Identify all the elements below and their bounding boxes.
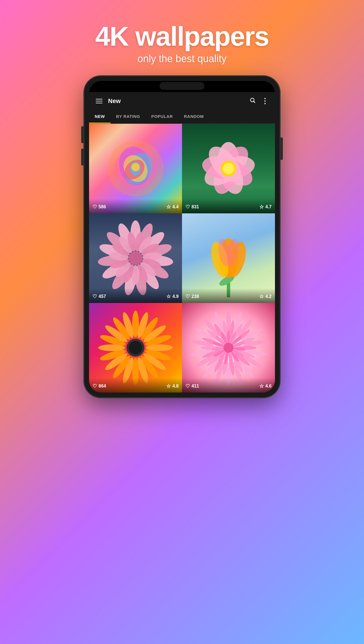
wallpaper-item[interactable]: ♡ 411 ☆ 4.6 — [182, 303, 275, 393]
hero-section: 4K wallpapers only the best quality — [95, 22, 269, 65]
svg-point-132 — [223, 343, 234, 353]
tab-popular[interactable]: POPULAR — [146, 110, 178, 123]
hamburger-icon — [96, 99, 102, 103]
svg-point-9 — [131, 163, 140, 171]
heart-icon: ♡ — [92, 293, 97, 300]
tab-by-rating[interactable]: BY RATING — [111, 110, 146, 123]
search-button[interactable] — [249, 97, 256, 105]
rating-group-3: ☆ 4.9 — [166, 293, 179, 300]
rating-number-2: 4.7 — [265, 204, 272, 209]
heart-icon: ♡ — [92, 383, 97, 389]
svg-point-20 — [223, 163, 234, 174]
hero-subtitle: only the best quality — [95, 53, 269, 65]
like-count-6: ♡ 411 — [185, 383, 199, 389]
camera-notch — [160, 82, 204, 90]
rating-number-6: 4.6 — [265, 384, 272, 389]
wallpaper-stats-6: ♡ 411 ☆ 4.6 — [182, 378, 275, 393]
wallpaper-item[interactable]: ♡ 831 ☆ 4.7 — [182, 124, 275, 213]
app-bar-right: ⋮ — [249, 97, 268, 105]
rating-number-4: 4.2 — [265, 294, 272, 299]
phone-mockup: New ⋮ NEW BY RATING POPULAR RAN — [84, 76, 280, 398]
hero-title: 4K wallpapers — [95, 22, 269, 51]
volume-down-button — [81, 149, 83, 165]
like-number-6: 411 — [192, 384, 199, 389]
hamburger-button[interactable] — [96, 99, 102, 103]
tab-random[interactable]: RANDOM — [178, 110, 209, 123]
app-bar: New ⋮ — [89, 92, 275, 110]
svg-point-80 — [129, 341, 142, 354]
app-bar-left: New — [96, 97, 121, 105]
svg-line-1 — [254, 101, 255, 103]
rating-group-6: ☆ 4.6 — [259, 383, 272, 389]
wallpaper-stats-2: ♡ 831 ☆ 4.7 — [182, 199, 275, 213]
svg-point-51 — [129, 251, 143, 265]
heart-icon: ♡ — [185, 293, 190, 300]
star-icon: ☆ — [259, 383, 264, 389]
rating-number-1: 4.4 — [172, 204, 179, 209]
wallpaper-item[interactable]: ♡ 586 ☆ 4.4 — [89, 124, 182, 213]
like-count-5: ♡ 864 — [92, 383, 106, 389]
like-number-3: 457 — [99, 294, 106, 299]
heart-icon: ♡ — [92, 204, 97, 210]
like-count-1: ♡ 586 — [92, 204, 106, 210]
star-icon: ☆ — [166, 383, 171, 389]
rating-group-5: ☆ 4.8 — [166, 383, 179, 389]
like-number-2: 831 — [192, 204, 199, 209]
wallpaper-item[interactable]: ♡ 238 ☆ 4.2 — [182, 213, 275, 303]
phone-frame: New ⋮ NEW BY RATING POPULAR RAN — [84, 76, 280, 398]
svg-point-0 — [251, 98, 254, 102]
like-number-4: 238 — [192, 294, 199, 299]
wallpaper-stats-1: ♡ 586 ☆ 4.4 — [89, 199, 182, 213]
more-options-button[interactable]: ⋮ — [261, 97, 268, 105]
heart-icon: ♡ — [185, 383, 190, 389]
power-button — [281, 137, 283, 160]
star-icon: ☆ — [166, 293, 171, 300]
tab-bar: NEW BY RATING POPULAR RANDOM — [89, 110, 275, 124]
wallpaper-grid: ♡ 586 ☆ 4.4 — [89, 124, 275, 393]
wallpaper-item[interactable]: ♡ 864 ☆ 4.8 — [89, 303, 182, 393]
wallpaper-stats-5: ♡ 864 ☆ 4.8 — [89, 378, 182, 393]
svg-point-117 — [227, 330, 230, 344]
heart-icon: ♡ — [185, 204, 190, 210]
app-title: New — [108, 97, 121, 105]
rating-group-2: ☆ 4.7 — [259, 204, 272, 210]
phone-top-bar — [89, 81, 275, 91]
star-icon: ☆ — [259, 204, 264, 210]
like-number-5: 864 — [99, 384, 106, 389]
like-count-2: ♡ 831 — [185, 204, 199, 210]
rating-group-4: ☆ 4.2 — [259, 293, 272, 300]
like-count-3: ♡ 457 — [92, 293, 106, 300]
like-count-4: ♡ 238 — [185, 293, 199, 300]
wallpaper-stats-4: ♡ 238 ☆ 4.2 — [182, 288, 275, 303]
phone-screen: New ⋮ NEW BY RATING POPULAR RAN — [89, 81, 275, 393]
rating-number-3: 4.9 — [172, 294, 179, 299]
star-icon: ☆ — [259, 293, 264, 300]
tab-new[interactable]: NEW — [89, 110, 111, 123]
rating-group-1: ☆ 4.4 — [166, 204, 179, 210]
wallpaper-stats-3: ♡ 457 ☆ 4.9 — [89, 288, 182, 303]
rating-number-5: 4.8 — [172, 384, 179, 389]
star-icon: ☆ — [166, 204, 171, 210]
like-number-1: 586 — [99, 204, 106, 209]
volume-up-button — [81, 126, 83, 143]
wallpaper-item[interactable]: ♡ 457 ☆ 4.9 — [89, 213, 182, 303]
